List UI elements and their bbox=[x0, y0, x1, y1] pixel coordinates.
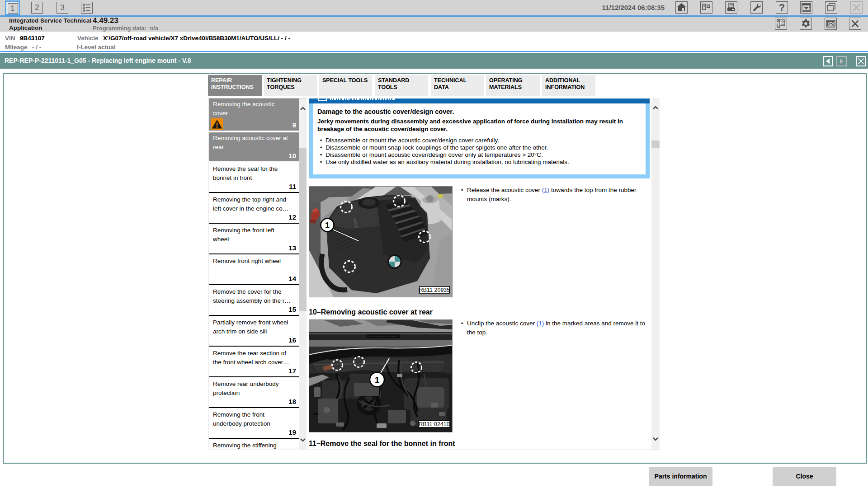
svg-text:1: 1 bbox=[325, 221, 330, 230]
svg-text:RB11 20935: RB11 20935 bbox=[419, 287, 450, 293]
svg-text:1: 1 bbox=[375, 375, 380, 385]
svg-text:RB11 02410: RB11 02410 bbox=[419, 421, 450, 427]
